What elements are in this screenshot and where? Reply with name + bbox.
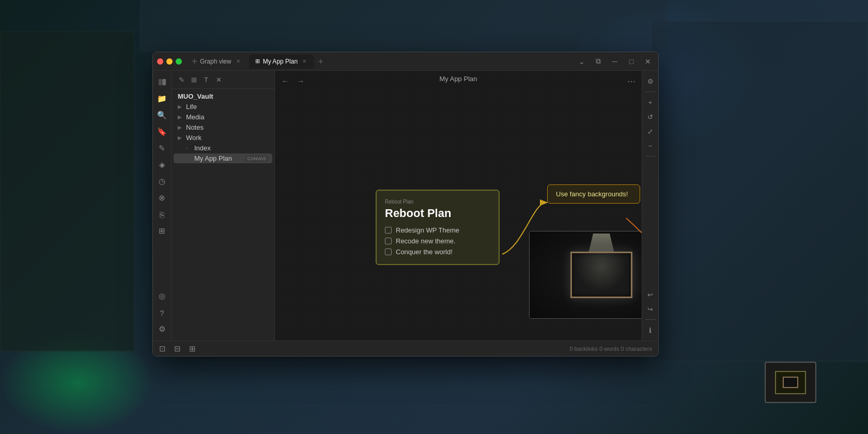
info-icon[interactable]: ℹ (644, 324, 657, 336)
help-icon[interactable]: ? (155, 305, 169, 320)
text-node-fancy[interactable]: Use fancy backgrounds! (547, 184, 640, 204)
folder-life-label: Life (186, 103, 268, 111)
minimize-button[interactable] (166, 58, 173, 65)
canvas-area[interactable]: ← → My App Plan ⋯ (275, 71, 642, 340)
bottom-icon-3[interactable]: ⊞ (189, 344, 196, 353)
icon-rail: 📁 🔍 🔖 ✎ ◈ ◷ ⊗ ⎘ ⊞ ◎ ? ⚙ (153, 71, 172, 340)
bg-window-left (0, 31, 134, 351)
art-frame-image (530, 231, 642, 318)
bg-window-top (140, 0, 667, 52)
chevron-down-icon[interactable]: ⌄ (576, 55, 588, 68)
svg-rect-1 (162, 79, 166, 85)
image-node-artframe[interactable]: art_frame.png (529, 231, 642, 319)
sidebar-toggle-icon[interactable] (155, 75, 169, 89)
canvas-more-button[interactable]: ⋯ (625, 75, 638, 87)
checkbox-3[interactable] (385, 249, 392, 255)
art-frame-inner (570, 252, 632, 298)
settings-rail-icon[interactable]: ⚙ (155, 322, 169, 336)
file-myappplan-label: My App Plan (194, 154, 243, 162)
sidebar-item-life[interactable]: ▶ Life (174, 102, 272, 112)
window-body: 📁 🔍 🔖 ✎ ◈ ◷ ⊗ ⎘ ⊞ ◎ ? ⚙ ✎ ⊞ T ✕ (153, 71, 658, 340)
fit-view-icon[interactable]: ⤢ (644, 125, 657, 137)
calendar-icon[interactable]: ◷ (155, 174, 169, 189)
sidebar-item-media[interactable]: ▶ Media (174, 112, 272, 122)
canvas-settings-icon[interactable]: ⚙ (644, 75, 657, 87)
close-button[interactable] (157, 58, 163, 65)
graph-icon: ⊹ (192, 58, 197, 65)
command-icon[interactable]: ⊞ (155, 224, 169, 238)
file-index-label: Index (194, 144, 268, 152)
check-label-1: Redesign WP Theme (396, 226, 459, 234)
text-node-content: Use fancy backgrounds! (556, 190, 628, 198)
sidebar-item-work[interactable]: ▶ Work (174, 133, 272, 143)
bookmark-icon[interactable]: 🔖 (155, 125, 169, 139)
check-item-1[interactable]: Redesign WP Theme (385, 226, 490, 234)
sort-icon[interactable]: T (200, 74, 212, 85)
bg-thumbnail (765, 362, 816, 403)
right-toolbar: ⚙ + ↺ ⤢ − ↩ ↪ ℹ (642, 71, 658, 340)
edit-icon[interactable]: ✎ (155, 141, 169, 156)
tab-canvas[interactable]: ⊞ My App Plan ✕ (249, 54, 314, 69)
note-label: Reboot Plan (385, 199, 490, 205)
chevron-right-icon: ▶ (178, 125, 184, 130)
tab-canvas-close[interactable]: ✕ (301, 58, 308, 65)
folder-media-label: Media (186, 113, 268, 121)
collapse-icon[interactable]: ✕ (213, 74, 224, 85)
split-view-icon[interactable]: ⧉ (592, 55, 605, 68)
back-button[interactable]: ← (279, 75, 291, 87)
graph-view-icon[interactable]: ◈ (155, 158, 169, 172)
file-sidebar: ✎ ⊞ T ✕ MUO_Vault ▶ Life ▶ Media (172, 71, 275, 340)
tab-add-button[interactable]: + (315, 57, 326, 66)
undo-icon[interactable]: ↩ (644, 288, 657, 301)
maximize-button[interactable] (176, 58, 182, 65)
bottom-icon-1[interactable]: ⊡ (159, 344, 166, 353)
bottom-stats: 0 backlinks 0 words 0 characters (569, 346, 652, 352)
search-icon[interactable]: 🔍 (155, 108, 169, 122)
title-bar: ⊹ Graph view ✕ ⊞ My App Plan ✕ + ⌄ ⧉ ─ □… (153, 52, 658, 71)
bottom-icons: ⊡ ⊟ ⊞ (159, 344, 196, 353)
tab-graph-label: Graph view (200, 58, 231, 65)
minimize-icon[interactable]: ─ (609, 55, 621, 68)
dash-icon: - (186, 145, 192, 151)
sidebar-item-myappplan[interactable]: My App Plan CANVAS (174, 153, 272, 163)
check-label-3: Conquer the world! (396, 248, 453, 256)
zoom-out-icon[interactable]: − (644, 140, 657, 152)
sidebar-item-notes[interactable]: ▶ Notes (174, 122, 272, 132)
reboot-plan-node[interactable]: Reboot Plan Reboot Plan Redesign WP Them… (376, 190, 500, 265)
note-title: Reboot Plan (385, 207, 490, 220)
new-folder-icon[interactable]: ⊞ (188, 74, 199, 85)
check-label-2: Recode new theme. (396, 237, 456, 245)
traffic-lights (157, 58, 182, 65)
bottom-bar: ⊡ ⊟ ⊞ 0 backlinks 0 words 0 characters (153, 340, 658, 356)
canvas-tab-icon: ⊞ (255, 58, 260, 65)
restore-icon[interactable]: □ (625, 55, 638, 68)
rt-divider-1 (645, 91, 656, 92)
sidebar-item-index[interactable]: - Index (174, 143, 272, 153)
tab-graph-view[interactable]: ⊹ Graph view ✕ (186, 54, 248, 69)
window-close-icon[interactable]: ✕ (642, 55, 654, 68)
checkbox-2[interactable] (385, 238, 392, 244)
folder-work-label: Work (186, 134, 268, 142)
zoom-in-icon[interactable]: + (644, 96, 657, 109)
chevron-right-icon: ▶ (178, 114, 184, 120)
redo-icon[interactable]: ↪ (644, 303, 657, 315)
record-icon[interactable]: ◎ (155, 289, 169, 303)
checkbox-1[interactable] (385, 227, 392, 234)
bg-window-right (651, 21, 868, 362)
new-note-icon[interactable]: ✎ (176, 74, 187, 85)
forward-button[interactable]: → (295, 75, 307, 87)
tab-graph-close[interactable]: ✕ (235, 58, 242, 65)
rt-divider-2 (645, 156, 656, 157)
main-window: ⊹ Graph view ✕ ⊞ My App Plan ✕ + ⌄ ⧉ ─ □… (152, 52, 659, 357)
check-item-2[interactable]: Recode new theme. (385, 237, 490, 245)
template-icon[interactable]: ⎘ (155, 207, 169, 222)
tags-icon[interactable]: ⊗ (155, 191, 169, 205)
folder-icon[interactable]: 📁 (155, 91, 169, 106)
folder-notes-label: Notes (186, 123, 268, 131)
svg-rect-0 (159, 79, 162, 85)
refresh-icon[interactable]: ↺ (644, 111, 657, 123)
check-item-3[interactable]: Conquer the world! (385, 248, 490, 256)
bottom-icon-2[interactable]: ⊟ (174, 344, 181, 353)
vault-root[interactable]: MUO_Vault (174, 91, 272, 101)
vault-name: MUO_Vault (178, 92, 268, 100)
